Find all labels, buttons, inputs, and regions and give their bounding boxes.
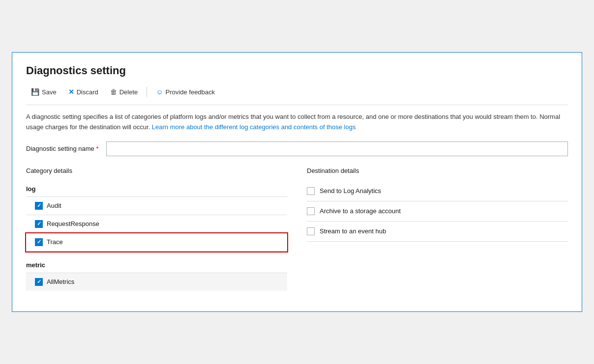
description-text: A diagnostic setting specifies a list of… <box>26 112 568 133</box>
archive-storage-checkbox[interactable] <box>307 207 315 215</box>
diagnostic-name-input[interactable] <box>106 141 568 156</box>
form-row: Diagnostic setting name * <box>26 141 568 156</box>
stream-event-hub-checkbox[interactable] <box>307 227 315 235</box>
category-details-panel: Category details log Audit RequestRespon… <box>26 167 287 296</box>
destination-details-label: Destination details <box>307 167 568 174</box>
required-indicator: * <box>96 145 98 152</box>
toolbar: 💾 Save ✕ Discard 🗑 Delete ☺ Provide feed… <box>26 86 568 105</box>
all-metrics-item: AllMetrics <box>26 273 287 291</box>
all-metrics-label: AllMetrics <box>47 278 74 285</box>
metric-category-section: metric AllMetrics <box>26 256 287 291</box>
stream-event-hub-item: Stream to an event hub <box>307 222 568 242</box>
all-metrics-checkbox[interactable] <box>35 278 43 286</box>
log-group-label: log <box>26 181 287 197</box>
feedback-icon: ☺ <box>156 88 163 96</box>
two-column-layout: Category details log Audit RequestRespon… <box>26 167 568 296</box>
trace-item: Trace <box>26 233 287 252</box>
metric-group-label: metric <box>26 256 287 273</box>
learn-more-link[interactable]: Learn more about the different log categ… <box>152 123 356 131</box>
request-response-item: RequestResponse <box>26 215 287 233</box>
archive-storage-label: Archive to a storage account <box>320 207 401 215</box>
audit-item: Audit <box>26 197 287 215</box>
log-analytics-label: Send to Log Analytics <box>320 187 381 195</box>
delete-icon: 🗑 <box>110 88 117 96</box>
log-analytics-checkbox[interactable] <box>307 187 315 195</box>
request-response-checkbox[interactable] <box>35 220 43 228</box>
trace-label: Trace <box>47 238 63 246</box>
audit-checkbox[interactable] <box>35 202 43 210</box>
category-details-label: Category details <box>26 167 287 174</box>
save-icon: 💾 <box>31 88 39 96</box>
send-to-log-analytics-item: Send to Log Analytics <box>307 181 568 201</box>
delete-button[interactable]: 🗑 Delete <box>105 86 143 98</box>
discard-button[interactable]: ✕ Discard <box>63 86 103 98</box>
save-button[interactable]: 💾 Save <box>26 86 61 98</box>
stream-event-hub-label: Stream to an event hub <box>320 227 386 235</box>
discard-icon: ✕ <box>68 88 74 96</box>
request-response-label: RequestResponse <box>47 220 99 227</box>
log-category-section: log Audit RequestResponse Trace <box>26 181 287 252</box>
destination-details-panel: Destination details Send to Log Analytic… <box>307 167 568 296</box>
trace-checkbox[interactable] <box>35 238 43 246</box>
archive-storage-item: Archive to a storage account <box>307 201 568 222</box>
toolbar-divider <box>147 87 147 97</box>
page-container: Diagnostics setting 💾 Save ✕ Discard 🗑 D… <box>12 52 582 312</box>
audit-label: Audit <box>47 202 61 209</box>
feedback-button[interactable]: ☺ Provide feedback <box>151 86 220 98</box>
name-label: Diagnostic setting name * <box>26 145 98 152</box>
page-title: Diagnostics setting <box>26 64 568 77</box>
